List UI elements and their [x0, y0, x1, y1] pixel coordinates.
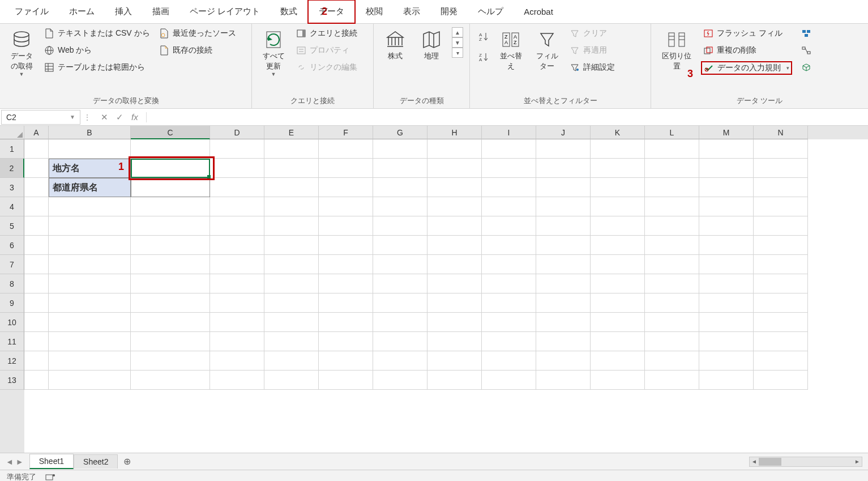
cell-N2[interactable]: [754, 159, 808, 178]
cell-M7[interactable]: [699, 255, 754, 274]
cell-N11[interactable]: [754, 332, 808, 351]
row-header-11[interactable]: 11: [0, 332, 24, 351]
row-header-12[interactable]: 12: [0, 351, 24, 371]
cell-C3[interactable]: [131, 178, 210, 197]
reapply-button[interactable]: 再適用: [567, 44, 617, 57]
cell-F1[interactable]: [319, 139, 373, 159]
cell-E5[interactable]: [264, 216, 319, 236]
menu-file[interactable]: ファイル: [5, 1, 59, 23]
cell-G12[interactable]: [373, 351, 427, 371]
row-header-9[interactable]: 9: [0, 293, 24, 313]
cell-I10[interactable]: [482, 313, 536, 332]
cell-H1[interactable]: [427, 139, 482, 159]
col-header-D[interactable]: D: [210, 126, 264, 139]
menu-help[interactable]: ヘルプ: [468, 1, 514, 23]
cell-H7[interactable]: [427, 255, 482, 274]
select-all-corner[interactable]: [0, 126, 24, 139]
queries-connections-button[interactable]: クエリと接続: [294, 27, 360, 40]
cell-E2[interactable]: [264, 159, 319, 178]
cell-F13[interactable]: [319, 371, 373, 390]
menu-acrobat[interactable]: Acrobat: [514, 1, 563, 22]
cell-J13[interactable]: [536, 371, 591, 390]
cell-H9[interactable]: [427, 293, 482, 313]
cell-M8[interactable]: [699, 274, 754, 293]
cell-C1[interactable]: [131, 139, 210, 159]
cell-I2[interactable]: [482, 159, 536, 178]
cell-G7[interactable]: [373, 255, 427, 274]
sheet-nav-next[interactable]: ►: [16, 457, 24, 466]
cell-B3[interactable]: 都道府県名: [49, 178, 131, 197]
sort-button[interactable]: ZAAZ 並べ替え: [495, 27, 527, 74]
col-header-J[interactable]: J: [536, 126, 591, 139]
cell-D7[interactable]: [210, 255, 264, 274]
cell-B13[interactable]: [49, 371, 131, 390]
cell-A10[interactable]: [24, 313, 49, 332]
cell-E4[interactable]: [264, 197, 319, 216]
cell-K2[interactable]: [591, 159, 645, 178]
cell-L5[interactable]: [645, 216, 699, 236]
edit-links-button[interactable]: リンクの編集: [294, 61, 360, 74]
cell-K10[interactable]: [591, 313, 645, 332]
cell-L10[interactable]: [645, 313, 699, 332]
cell-D6[interactable]: [210, 236, 264, 255]
cell-G13[interactable]: [373, 371, 427, 390]
cell-M11[interactable]: [699, 332, 754, 351]
cell-A12[interactable]: [24, 351, 49, 371]
cell-N1[interactable]: [754, 139, 808, 159]
cell-M2[interactable]: [699, 159, 754, 178]
cell-B6[interactable]: [49, 236, 131, 255]
cell-A2[interactable]: [24, 159, 49, 178]
cell-E6[interactable]: [264, 236, 319, 255]
cell-D13[interactable]: [210, 371, 264, 390]
cell-J7[interactable]: [536, 255, 591, 274]
filter-button[interactable]: フィルター: [531, 27, 563, 74]
cell-C4[interactable]: [131, 197, 210, 216]
cell-A6[interactable]: [24, 236, 49, 255]
advanced-filter-button[interactable]: 詳細設定: [567, 61, 617, 74]
cell-H3[interactable]: [427, 178, 482, 197]
row-header-4[interactable]: 4: [0, 197, 24, 216]
cell-F7[interactable]: [319, 255, 373, 274]
cell-J1[interactable]: [536, 139, 591, 159]
menu-review[interactable]: 校閲: [356, 1, 393, 23]
data-model-button[interactable]: [799, 61, 814, 74]
cell-E1[interactable]: [264, 139, 319, 159]
menu-data[interactable]: データ: [307, 0, 356, 24]
cell-J11[interactable]: [536, 332, 591, 351]
cell-A8[interactable]: [24, 274, 49, 293]
scroll-left-button[interactable]: ◄: [750, 458, 759, 465]
cell-H10[interactable]: [427, 313, 482, 332]
cell-H11[interactable]: [427, 332, 482, 351]
cell-G3[interactable]: [373, 178, 427, 197]
cell-M9[interactable]: [699, 293, 754, 313]
cell-N7[interactable]: [754, 255, 808, 274]
col-header-K[interactable]: K: [591, 126, 645, 139]
cell-N8[interactable]: [754, 274, 808, 293]
cell-E13[interactable]: [264, 371, 319, 390]
cell-B11[interactable]: [49, 332, 131, 351]
cell-J2[interactable]: [536, 159, 591, 178]
cell-M12[interactable]: [699, 351, 754, 371]
cell-B5[interactable]: [49, 216, 131, 236]
cell-D9[interactable]: [210, 293, 264, 313]
cell-C9[interactable]: [131, 293, 210, 313]
row-header-8[interactable]: 8: [0, 274, 24, 293]
cell-N12[interactable]: [754, 351, 808, 371]
col-header-M[interactable]: M: [699, 126, 754, 139]
cell-H4[interactable]: [427, 197, 482, 216]
cell-M6[interactable]: [699, 236, 754, 255]
geography-button[interactable]: 地理: [416, 27, 447, 63]
cell-C7[interactable]: [131, 255, 210, 274]
cell-G11[interactable]: [373, 332, 427, 351]
cell-L3[interactable]: [645, 178, 699, 197]
cell-G6[interactable]: [373, 236, 427, 255]
cell-F3[interactable]: [319, 178, 373, 197]
cell-E12[interactable]: [264, 351, 319, 371]
cell-B7[interactable]: [49, 255, 131, 274]
cell-D3[interactable]: [210, 178, 264, 197]
horizontal-scrollbar[interactable]: ◄ ►: [749, 457, 862, 467]
cell-B12[interactable]: [49, 351, 131, 371]
cell-F4[interactable]: [319, 197, 373, 216]
get-data-button[interactable]: データの取得 ▼: [6, 27, 37, 79]
cell-N13[interactable]: [754, 371, 808, 390]
